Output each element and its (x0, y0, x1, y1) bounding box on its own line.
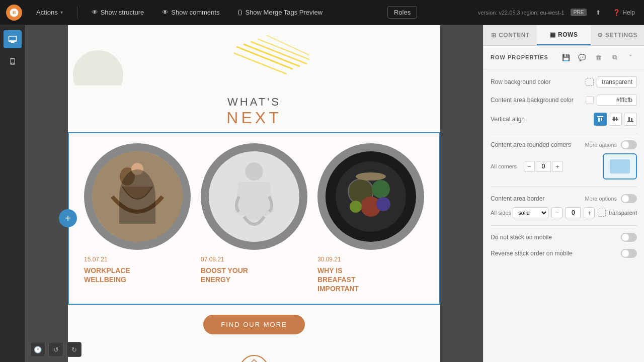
version-text: version: v22.05.3 region: eu-west-1 (478, 10, 565, 16)
header-icons: 💾 💬 🗑 ⧉ ˅ (559, 51, 637, 64)
settings-tab-label: SETTINGS (605, 32, 637, 39)
rows-tab-icon: ▦ (550, 31, 556, 38)
row-bg-color-swatch[interactable] (586, 78, 594, 86)
corners-toggle[interactable] (621, 140, 637, 149)
content-area-bg-swatch[interactable] (586, 96, 594, 104)
redo-button[interactable]: ↻ (66, 342, 82, 357)
undo-button[interactable]: ↺ (48, 342, 63, 357)
next-label: NEXT (68, 109, 440, 127)
reverse-stack-toggle[interactable] (621, 249, 637, 258)
corners-header: Content area rounded corners More option… (491, 140, 637, 149)
valign-top-icon (597, 116, 604, 123)
content-area-bg-text: #fffcfb (597, 95, 637, 106)
svg-rect-27 (628, 117, 630, 121)
topbar-center: Roles (337, 6, 468, 19)
bottom-section (68, 344, 440, 362)
content-area-bg-row: Content area background color #fffcfb (491, 95, 637, 106)
tab-rows[interactable]: ▦ ROWS (537, 25, 590, 45)
svg-point-17 (356, 172, 386, 180)
svg-point-18 (376, 197, 390, 211)
comment-row-button[interactable]: 💬 (576, 51, 589, 64)
divider-2 (491, 187, 637, 187)
row-bg-color-value[interactable]: transparent (586, 76, 637, 87)
border-controls-row: All sides solid dashed dotted − + transp… (491, 207, 637, 218)
divider-3 (491, 225, 637, 226)
yoga-image (92, 151, 183, 242)
yellow-lines-decoration (234, 35, 309, 80)
border-width-decrease-button[interactable]: − (551, 207, 562, 218)
actions-button[interactable]: Actions ▾ (32, 7, 67, 18)
border-width-input[interactable] (566, 207, 581, 218)
show-merge-tags-label: Show Merge Tags Preview (245, 9, 323, 16)
article-card-2: 07.08.21 BOOST YOUR ENERGY (201, 143, 307, 294)
app-logo[interactable] (6, 5, 22, 21)
delete-row-button[interactable]: 🗑 (592, 51, 605, 64)
valign-middle-button[interactable] (609, 113, 622, 126)
roles-button[interactable]: Roles (387, 6, 417, 19)
redo-icon: ↻ (71, 346, 77, 353)
svg-point-7 (120, 167, 135, 186)
save-row-button[interactable]: 💾 (559, 51, 573, 64)
content-area-bg-value[interactable]: #fffcfb (586, 95, 637, 106)
mobile-stack-toggle[interactable] (621, 233, 637, 242)
show-merge-tags-button[interactable]: ⟨⟩ Show Merge Tags Preview (233, 7, 327, 18)
article-img-3 (317, 143, 424, 250)
border-label: Content area border (491, 195, 585, 202)
eye-icon: 👁 (92, 9, 98, 16)
cta-button[interactable]: FIND OUR MORE (203, 315, 304, 334)
svg-rect-24 (613, 117, 615, 121)
border-color-swatch[interactable] (598, 209, 606, 217)
reverse-stack-label: Reverse stack order on mobile (491, 250, 621, 257)
border-style-select[interactable]: solid dashed dotted (513, 207, 548, 218)
corners-decrease-button[interactable]: − (524, 161, 535, 172)
eye-icon-2: 👁 (162, 9, 169, 16)
email-canvas: WHAT'S NEXT 💬 💾 🗑 ⧉ (68, 25, 440, 362)
border-more-options: More options (585, 196, 617, 202)
svg-point-14 (372, 180, 390, 198)
corners-section: Content area rounded corners More option… (491, 140, 637, 179)
show-structure-button[interactable]: 👁 Show structure (88, 7, 148, 18)
border-controls: solid dashed dotted − + transparent (513, 207, 637, 218)
content-row[interactable]: 💬 💾 🗑 ⧉ + (68, 132, 440, 305)
actions-arrow: ▾ (60, 10, 63, 15)
help-button[interactable]: ❓ Help (610, 7, 638, 18)
tab-content[interactable]: ⊞ CONTENT (484, 25, 537, 45)
svg-rect-26 (627, 121, 633, 122)
mobile-stack-row: Do not stack on mobile (491, 233, 637, 242)
mobile-view-button[interactable] (4, 52, 22, 70)
main-layout: 🕐 ↺ ↻ (0, 25, 644, 362)
svg-rect-22 (601, 118, 602, 121)
border-width-increase-button[interactable]: + (584, 207, 595, 218)
valign-bottom-button[interactable] (624, 113, 637, 126)
collapse-row-button[interactable]: ˅ (624, 51, 637, 64)
desktop-view-button[interactable] (4, 30, 22, 48)
whats-next-section: WHAT'S NEXT (68, 85, 440, 132)
content-area-bg-label: Content area background color (491, 97, 586, 104)
tab-settings[interactable]: ⚙ SETTINGS (591, 25, 644, 45)
corners-increase-button[interactable]: + (552, 161, 563, 172)
all-corners-row: All corners − + (491, 161, 563, 172)
corners-input-area: All corners − + (491, 153, 637, 179)
article-img-1 (84, 143, 191, 250)
mobile-stack-label: Do not stack on mobile (491, 234, 621, 241)
copy-row-button[interactable]: ⧉ (608, 51, 621, 64)
upload-button[interactable]: ⬆ (593, 7, 604, 18)
canvas-area[interactable]: 🕐 ↺ ↻ (25, 25, 483, 362)
corners-preview-inner (610, 159, 630, 173)
show-structure-label: Show structure (101, 9, 144, 16)
add-element-button[interactable]: + (59, 209, 77, 227)
vertical-align-group (594, 113, 637, 126)
history-button[interactable]: 🕐 (30, 342, 45, 357)
svg-line-2 (258, 35, 309, 77)
row-bg-color-label: Row background color (491, 78, 586, 85)
right-panel: ⊞ CONTENT ▦ ROWS ⚙ SETTINGS ROW PROPERTI… (483, 25, 644, 362)
valign-top-button[interactable] (594, 113, 607, 126)
help-label: Help (622, 9, 635, 16)
corners-value-input[interactable] (536, 161, 551, 172)
row-bg-color-text: transparent (597, 76, 637, 87)
show-comments-label: Show comments (171, 9, 219, 16)
article-date-3: 30.09.21 (317, 256, 424, 263)
corners-label: Content area rounded corners (491, 141, 585, 148)
border-toggle[interactable] (621, 194, 637, 203)
show-comments-button[interactable]: 👁 Show comments (158, 7, 223, 18)
